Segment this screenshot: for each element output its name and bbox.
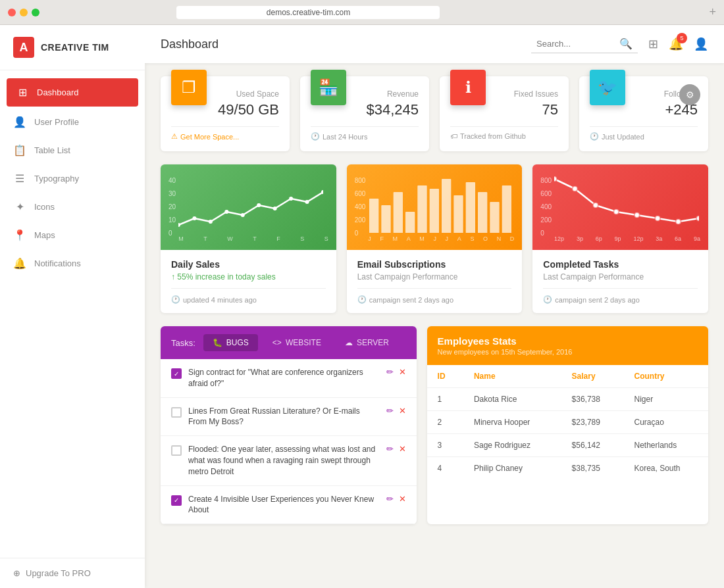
stat-footer-icon-1: 🕐 (311, 132, 320, 141)
nav-label-notifications: Notifications (34, 258, 81, 268)
task-tab-icon-server: ☁ (345, 338, 353, 347)
svg-point-28 (676, 219, 681, 224)
svg-rect-15 (430, 189, 439, 233)
employees-subtitle: New employees on 15th September, 2016 (438, 348, 698, 356)
svg-rect-19 (478, 192, 487, 233)
task-text-2: Flooded: One year later, assessing what … (188, 444, 380, 477)
notifications-icon[interactable]: 🔔 5 (669, 37, 683, 51)
emp-col-id: ID (427, 365, 463, 388)
stat-card-1: 🏪 Revenue $34,245 🕐 Last 24 Hours (300, 76, 429, 151)
task-item: Lines From Great Russian Literature? Or … (161, 398, 417, 437)
task-delete-3[interactable]: ✕ (399, 494, 406, 504)
chart-body-1: Email Subscriptions Last Campaign Perfor… (347, 250, 523, 313)
task-delete-2[interactable]: ✕ (399, 444, 406, 454)
emp-id-3: 4 (427, 457, 463, 480)
stat-footer-0: ⚠ Get More Space... (171, 132, 279, 141)
bottom-row: Tasks:🐛BUGS<>WEBSITE☁SERVER ✓ Sign contr… (161, 326, 708, 524)
close-button[interactable] (8, 9, 16, 16)
charts-row: 403020100 MTWTFSS Daily Sales ↑ 55% incr… (161, 164, 708, 313)
task-delete-0[interactable]: ✕ (399, 367, 406, 377)
task-tab-website[interactable]: <>WEBSITE (263, 334, 330, 351)
chart-subtitle-1: Last Campaign Performance (357, 272, 512, 282)
task-edit-3[interactable]: ✏ (386, 494, 394, 504)
emp-row-0: 1 Dakota Rice $36,738 Niger (427, 388, 708, 411)
task-edit-0[interactable]: ✏ (386, 367, 394, 377)
grid-icon[interactable]: ⊞ (648, 37, 658, 51)
gear-button[interactable]: ⚙ (679, 84, 700, 105)
logo-icon: A (13, 37, 34, 58)
task-actions-2: ✏ ✕ (386, 444, 406, 454)
search-input[interactable] (536, 39, 615, 49)
sidebar-item-user-profile[interactable]: 👤User Profile (0, 108, 145, 136)
chart-footer-1: 🕐 campaign sent 2 days ago (357, 295, 512, 304)
svg-point-22 (554, 176, 557, 182)
svg-rect-12 (394, 192, 403, 233)
sidebar-item-maps[interactable]: 📍Maps (0, 221, 145, 249)
user-icon[interactable]: 👤 (694, 37, 708, 51)
chart-clock-icon-1: 🕐 (357, 295, 367, 304)
chart-header-0: 403020100 MTWTFSS (161, 164, 336, 250)
task-checkbox-1[interactable] (171, 407, 182, 418)
sidebar: A CREATIVE TIM ⊞Dashboard👤User Profile📋T… (0, 25, 145, 588)
task-edit-1[interactable]: ✏ (386, 406, 394, 416)
chart-title-2: Completed Tasks (543, 259, 698, 270)
svg-point-23 (572, 186, 577, 191)
svg-point-1 (193, 216, 197, 220)
task-tab-bugs[interactable]: 🐛BUGS (203, 334, 258, 351)
nav-icon-user-profile: 👤 (13, 116, 26, 128)
employees-table: IDNameSalaryCountry 1 Dakota Rice $36,73… (427, 365, 708, 479)
task-item: ✓ Sign contract for "What are conference… (161, 359, 417, 398)
sidebar-item-table-list[interactable]: 📋Table List (0, 136, 145, 164)
chart-card-0: 403020100 MTWTFSS Daily Sales ↑ 55% incr… (161, 164, 336, 313)
task-checkbox-2[interactable] (171, 445, 182, 456)
chart-card-1: 8006004002000 JFMAMJJASOND Email Subscri… (347, 164, 523, 313)
svg-point-29 (696, 216, 699, 221)
task-edit-2[interactable]: ✏ (386, 444, 394, 454)
tasks-label: Tasks: (171, 338, 195, 348)
stat-icon-0: ❐ (171, 70, 207, 105)
svg-rect-11 (382, 205, 391, 233)
chart-footer-text-2: campaign sent 2 days ago (555, 296, 639, 304)
stat-card-2: ℹ Fixed Issues 75 🏷 Tracked from Github (440, 76, 569, 151)
minimize-button[interactable] (20, 9, 28, 16)
sidebar-item-icons[interactable]: ✦Icons (0, 193, 145, 221)
chart-footer-text-0: updated 4 minutes ago (183, 296, 257, 304)
nav-label-maps: Maps (34, 230, 55, 240)
emp-salary-1: $23,789 (561, 411, 624, 434)
sidebar-item-notifications[interactable]: 🔔Notifications (0, 249, 145, 278)
emp-name-2: Sage Rodriguez (463, 434, 561, 457)
emp-row-3: 4 Philip Chaney $38,735 Korea, South (427, 457, 708, 480)
nav-label-typography: Typography (34, 174, 79, 184)
upgrade-icon: ⊕ (13, 568, 20, 578)
chart-footer-0: 🕐 updated 4 minutes ago (171, 295, 326, 304)
new-tab-button[interactable]: + (709, 5, 716, 19)
stat-icon-1: 🏪 (311, 70, 346, 105)
employees-header: Employees Stats New employees on 15th Se… (427, 326, 708, 365)
fullscreen-button[interactable] (32, 9, 39, 16)
url-bar[interactable]: demos.creative-tim.com (176, 6, 440, 19)
chart-body-2: Completed Tasks Last Campaign Performanc… (532, 250, 708, 313)
page-title: Dashboard (161, 37, 219, 51)
sidebar-item-typography[interactable]: ☰Typography (0, 164, 145, 193)
emp-name-0: Dakota Rice (463, 388, 561, 411)
chart-clock-icon-0: 🕐 (171, 295, 180, 304)
search-box[interactable]: 🔍 (531, 35, 638, 53)
task-delete-1[interactable]: ✕ (399, 406, 406, 416)
task-tab-server[interactable]: ☁SERVER (336, 334, 398, 351)
emp-row-2: 3 Sage Rodriguez $56,142 Netherlands (427, 434, 708, 457)
stats-row: ❐ Used Space 49/50 GB ⚠ Get More Space..… (161, 76, 708, 151)
main-content: Dashboard 🔍 ⊞ 🔔 5 👤 ❐ Used Space (145, 25, 724, 588)
task-checkbox-0[interactable]: ✓ (171, 368, 182, 379)
notification-badge: 5 (677, 33, 687, 43)
nav-icon-maps: 📍 (13, 229, 26, 241)
task-actions-3: ✏ ✕ (386, 494, 406, 504)
task-checkbox-3[interactable]: ✓ (171, 495, 182, 506)
tasks-card: Tasks:🐛BUGS<>WEBSITE☁SERVER ✓ Sign contr… (161, 326, 417, 524)
chart-footer-text-1: campaign sent 2 days ago (369, 296, 453, 304)
upgrade-button[interactable]: ⊕ Upgrade To PRO (13, 568, 132, 578)
emp-col-country: Country (623, 365, 708, 388)
search-icon[interactable]: 🔍 (619, 37, 633, 50)
nav-label-dashboard: Dashboard (37, 87, 79, 97)
svg-point-24 (593, 203, 598, 208)
sidebar-item-dashboard[interactable]: ⊞Dashboard (7, 78, 138, 107)
